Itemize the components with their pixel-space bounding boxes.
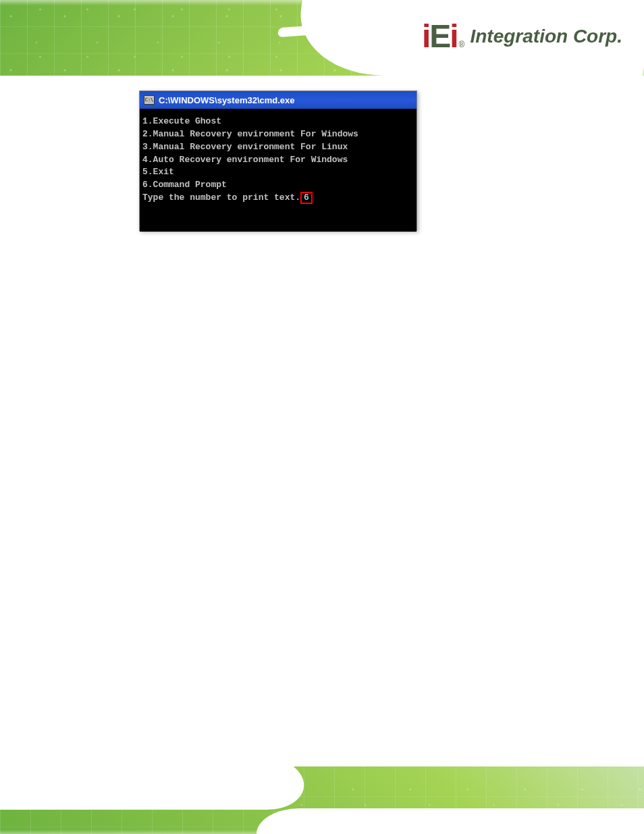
cmd-line-1: 1.Execute Ghost — [142, 115, 414, 128]
cmd-line-6: 6.Command Prompt — [142, 179, 414, 192]
cmd-line-4: 4.Auto Recovery environment For Windows — [142, 154, 414, 167]
logo-letter-i1: i — [422, 18, 429, 55]
logo-brand-mark: i E i ® — [422, 18, 465, 55]
company-logo: i E i ® Integration Corp. — [422, 18, 622, 55]
cmd-icon: C:\ — [144, 95, 155, 105]
cmd-line-5: 5.Exit — [142, 166, 414, 179]
logo-registered-mark: ® — [459, 40, 465, 49]
footer-highlight — [0, 830, 644, 834]
cmd-window-title: C:\WINDOWS\system32\cmd.exe — [159, 95, 295, 105]
cmd-body: 1.Execute Ghost 2.Manual Recovery enviro… — [140, 109, 417, 232]
logo-letter-i2: i — [450, 18, 457, 55]
logo-company-text: Integration Corp. — [470, 26, 622, 47]
cmd-line-2: 2.Manual Recovery environment For Window… — [142, 128, 414, 141]
cmd-titlebar: C:\ C:\WINDOWS\system32\cmd.exe — [140, 91, 417, 109]
logo-letter-e: E — [429, 18, 450, 55]
cmd-window-screenshot: C:\ C:\WINDOWS\system32\cmd.exe 1.Execut… — [139, 90, 417, 231]
cmd-line-3: 3.Manual Recovery environment For Linux — [142, 141, 414, 154]
page-footer-band — [0, 766, 644, 834]
cmd-prompt-text: Type the number to print text. — [142, 192, 300, 203]
footer-white-swoosh-left — [0, 766, 308, 810]
cmd-input-highlight: 6 — [300, 192, 313, 204]
cmd-prompt-line: Type the number to print text.6 — [142, 192, 414, 205]
